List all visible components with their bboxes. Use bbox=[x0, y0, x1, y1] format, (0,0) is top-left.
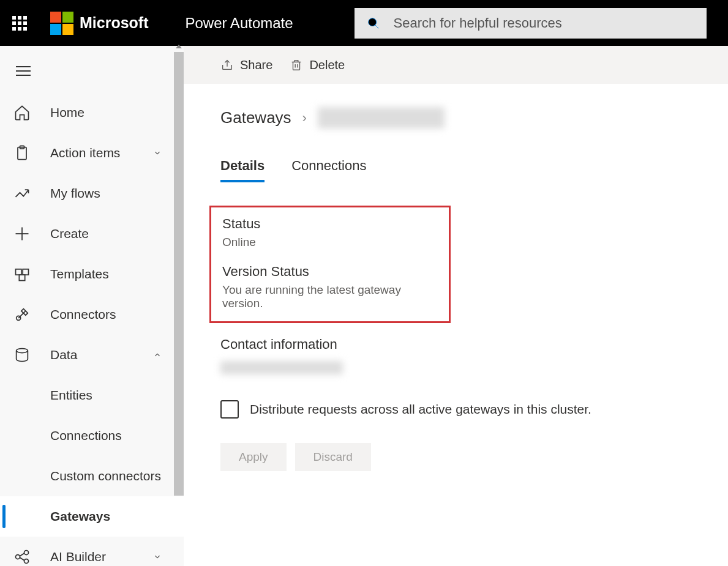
svg-line-1 bbox=[375, 24, 378, 28]
svg-point-13 bbox=[24, 559, 29, 564]
ai-icon bbox=[13, 548, 31, 565]
version-status-value: You are running the latest gateway versi… bbox=[222, 283, 438, 310]
sidebar-item-label: My flows bbox=[50, 186, 100, 201]
plus-icon bbox=[13, 225, 31, 242]
share-button[interactable]: Share bbox=[220, 58, 272, 72]
home-icon bbox=[13, 104, 31, 121]
tabs: Details Connections bbox=[220, 158, 691, 182]
tab-connections[interactable]: Connections bbox=[291, 158, 366, 182]
sidebar-subitem-entities[interactable]: Entities bbox=[0, 375, 184, 415]
sidebar-subitem-connections[interactable]: Connections bbox=[0, 415, 184, 456]
sidebar-subitem-custom-connectors[interactable]: Custom connectors bbox=[0, 456, 184, 496]
status-label: Status bbox=[222, 216, 438, 232]
apply-button[interactable]: Apply bbox=[220, 443, 287, 471]
sidebar-item-templates[interactable]: Templates bbox=[0, 254, 184, 294]
templates-icon bbox=[13, 266, 31, 283]
sidebar-item-label: Gateways bbox=[50, 509, 110, 524]
content-area: Share Delete Gateways › xxxxxxxxxxxxxxx … bbox=[184, 46, 728, 566]
svg-rect-8 bbox=[19, 275, 24, 280]
version-status-label: Version Status bbox=[222, 264, 438, 280]
highlight-annotation-box: Status Online Version Status You are run… bbox=[209, 206, 451, 323]
checkbox-icon[interactable] bbox=[220, 400, 239, 419]
breadcrumb-root[interactable]: Gateways bbox=[220, 108, 291, 127]
sidebar-item-connectors[interactable]: Connectors bbox=[0, 294, 184, 335]
sidebar-item-label: Connectors bbox=[50, 307, 116, 322]
chevron-down-icon bbox=[153, 553, 162, 561]
search-icon bbox=[367, 17, 380, 30]
search-bar[interactable] bbox=[355, 8, 707, 39]
sidebar-item-create[interactable]: Create bbox=[0, 214, 184, 254]
contact-label: Contact information bbox=[220, 337, 691, 352]
status-value: Online bbox=[222, 236, 438, 249]
svg-point-11 bbox=[16, 555, 20, 559]
chevron-up-icon bbox=[153, 351, 162, 359]
sidebar-item-label: Create bbox=[50, 226, 89, 241]
flow-icon bbox=[13, 185, 31, 202]
brand-text: Microsoft bbox=[80, 14, 149, 32]
svg-rect-6 bbox=[16, 269, 21, 275]
sidebar-item-data[interactable]: Data bbox=[0, 335, 184, 375]
sidebar-item-label: Connections bbox=[50, 428, 122, 443]
share-label: Share bbox=[240, 58, 272, 72]
sidebar-item-my-flows[interactable]: My flows bbox=[0, 173, 184, 214]
delete-label: Delete bbox=[309, 58, 345, 72]
delete-button[interactable]: Delete bbox=[290, 58, 345, 72]
share-icon bbox=[220, 58, 234, 72]
svg-point-10 bbox=[17, 349, 28, 353]
sidebar-item-label: Data bbox=[50, 348, 77, 362]
discard-button[interactable]: Discard bbox=[295, 443, 371, 471]
sidebar-item-label: Templates bbox=[50, 267, 109, 281]
svg-point-0 bbox=[368, 18, 376, 26]
chevron-right-icon: › bbox=[302, 110, 307, 126]
search-input[interactable] bbox=[394, 15, 694, 31]
sidebar-item-ai-builder[interactable]: AI Builder bbox=[0, 537, 184, 566]
database-icon bbox=[13, 346, 31, 363]
distribute-label: Distribute requests across all active ga… bbox=[250, 402, 591, 417]
product-name: Power Automate bbox=[186, 15, 293, 32]
distribute-checkbox-row[interactable]: Distribute requests across all active ga… bbox=[220, 400, 691, 419]
microsoft-logo bbox=[50, 12, 73, 35]
sidebar-item-home[interactable]: Home bbox=[0, 92, 184, 133]
delete-icon bbox=[290, 58, 303, 72]
svg-rect-7 bbox=[23, 269, 28, 275]
connector-icon bbox=[13, 306, 31, 323]
waffle-icon[interactable] bbox=[12, 16, 27, 31]
svg-line-15 bbox=[20, 557, 24, 560]
hamburger-icon[interactable] bbox=[0, 50, 184, 92]
sidebar-item-label: Action items bbox=[50, 146, 120, 160]
breadcrumb: Gateways › xxxxxxxxxxxxxxx bbox=[220, 107, 691, 128]
sidebar-item-action-items[interactable]: Action items bbox=[0, 133, 184, 173]
sidebar-item-label: Entities bbox=[50, 388, 92, 403]
tab-details[interactable]: Details bbox=[220, 158, 265, 182]
sidebar-item-label: Home bbox=[50, 105, 84, 120]
svg-line-14 bbox=[20, 553, 24, 556]
sidebar: Home Action items My flows Create Templa… bbox=[0, 46, 184, 566]
sidebar-item-label: AI Builder bbox=[50, 549, 106, 564]
contact-value-redacted bbox=[220, 361, 343, 374]
svg-point-12 bbox=[24, 551, 29, 555]
sidebar-subitem-gateways[interactable]: Gateways bbox=[0, 496, 184, 537]
clipboard-icon bbox=[13, 144, 31, 162]
breadcrumb-current-redacted: xxxxxxxxxxxxxxx bbox=[318, 107, 445, 128]
action-bar: Share Delete bbox=[184, 46, 728, 84]
svg-rect-17 bbox=[293, 62, 300, 70]
sidebar-item-label: Custom connectors bbox=[50, 469, 161, 483]
chevron-down-icon bbox=[153, 149, 162, 157]
